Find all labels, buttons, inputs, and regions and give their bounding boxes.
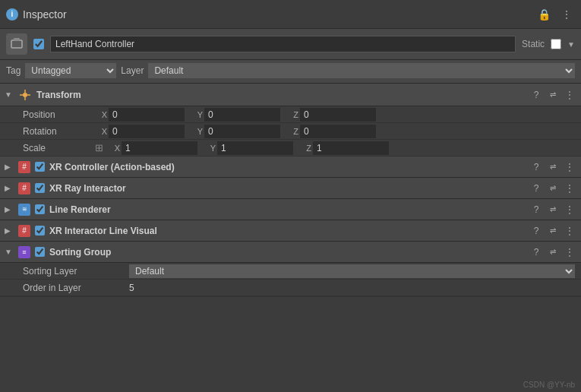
object-header: Static ▼ [0,29,581,60]
line-renderer-icon: ≋ [18,204,30,216]
xr-controller-checkbox[interactable] [35,162,45,172]
position-y-label: Y [191,110,203,119]
sorting-group-settings-icon[interactable]: ⇌ [546,245,560,259]
transform-icon [18,88,32,102]
xr-line-visual-name: XR Interactor Line Visual [49,226,525,236]
xr-controller-name: XR Controller (Action-based) [49,162,525,172]
rotation-y-input[interactable] [204,125,280,138]
rotation-x-input[interactable] [109,125,185,138]
xr-controller-settings-icon[interactable]: ⇌ [546,160,560,174]
scale-x-label: X [108,144,120,153]
transform-help-icon[interactable]: ? [529,88,543,102]
position-xyz: X Y Z [95,108,575,122]
sorting-group-checkbox[interactable] [35,247,45,257]
xr-ray-interactor-row[interactable]: ▶ # XR Ray Interactor ? ⇌ ⋮ [0,178,581,199]
rotation-z-input[interactable] [300,125,376,138]
scale-z-label: Z [299,144,311,153]
more-menu-icon[interactable]: ⋮ [558,7,575,22]
rotation-label: Rotation [23,126,95,137]
title-bar: i Inspector 🔒 ⋮ [0,0,581,29]
xr-line-visual-icons: ? ⇌ ⋮ [529,224,576,238]
svg-rect-0 [11,40,22,48]
xr-line-visual-row[interactable]: ▶ # XR Interactor Line Visual ? ⇌ ⋮ [0,220,581,242]
line-renderer-checkbox[interactable] [35,204,45,214]
transform-component-header[interactable]: ▼ Transform ? ⇌ ⋮ [0,84,581,106]
position-label: Position [23,109,95,120]
xr-line-visual-help-icon[interactable]: ? [529,224,543,238]
scale-y-label: Y [204,144,216,153]
position-y-input[interactable] [204,108,280,122]
layer-select[interactable]: Default [148,63,575,78]
xr-controller-more-icon[interactable]: ⋮ [563,160,576,174]
line-renderer-more-icon[interactable]: ⋮ [563,203,576,217]
tag-select[interactable]: Untagged [25,63,116,78]
xr-controller-chevron: ▶ [5,163,14,171]
xr-line-visual-more-icon[interactable]: ⋮ [563,224,576,238]
sorting-layer-row: Sorting Layer Default [0,263,581,280]
xr-controller-row[interactable]: ▶ # XR Controller (Action-based) ? ⇌ ⋮ [0,156,581,178]
static-checkbox[interactable] [551,39,561,49]
position-row: Position X Y Z [0,106,581,123]
line-renderer-row[interactable]: ▶ ≋ Line Renderer ? ⇌ ⋮ [0,199,581,220]
position-x-input[interactable] [109,108,185,122]
xr-line-visual-settings-icon[interactable]: ⇌ [546,224,560,238]
order-in-layer-value: 5 [129,283,575,293]
xr-ray-settings-icon[interactable]: ⇌ [546,182,560,195]
line-renderer-chevron: ▶ [5,205,14,213]
position-z-label: Z [286,110,298,119]
sorting-group-header[interactable]: ▼ ≡ Sorting Group ? ⇌ ⋮ [0,242,581,263]
transform-fields: Position X Y Z Rotation X Y Z [0,106,581,156]
line-renderer-settings-icon[interactable]: ⇌ [546,203,560,217]
object-type-icon [6,33,27,55]
scale-label: Scale [23,143,95,153]
order-in-layer-label: Order in Layer [23,283,129,293]
transform-comp-icons: ? ⇌ ⋮ [529,88,576,102]
svg-point-2 [23,93,27,97]
sorting-group-icons: ? ⇌ ⋮ [529,245,576,259]
scale-z-input[interactable] [313,141,389,155]
xr-controller-help-icon[interactable]: ? [529,160,543,174]
sorting-group-help-icon[interactable]: ? [529,245,543,259]
scale-link-icon[interactable]: ⊞ [95,142,103,153]
object-name-input[interactable] [50,36,516,52]
inspector-content: Static ▼ Tag Untagged Layer Default ▼ Tr… [0,29,581,392]
object-active-checkbox[interactable] [33,39,44,49]
xr-ray-icon: # [18,182,30,194]
rotation-y-label: Y [191,127,203,136]
scale-y-input[interactable] [217,141,293,155]
sorting-group-more-icon[interactable]: ⋮ [563,245,576,259]
rotation-x-label: X [95,127,107,136]
transform-settings-icon[interactable]: ⇌ [546,88,560,102]
transform-more-icon[interactable]: ⋮ [563,88,576,102]
xr-line-visual-icon: # [18,225,30,237]
transform-title: Transform [36,90,525,100]
order-in-layer-row: Order in Layer 5 [0,280,581,296]
static-dropdown-arrow[interactable]: ▼ [567,40,575,49]
xr-controller-icons: ? ⇌ ⋮ [529,160,576,174]
watermark: CSDN @YY-nb [523,381,575,389]
xr-ray-help-icon[interactable]: ? [529,182,543,195]
tag-label: Tag [6,65,21,76]
position-z-input[interactable] [300,108,376,122]
rotation-z-label: Z [286,127,298,136]
window-title: Inspector [23,8,67,21]
scale-x-input[interactable] [122,141,197,155]
xr-ray-chevron: ▶ [5,184,14,192]
xr-controller-icon: # [18,161,30,173]
info-icon: i [6,8,18,21]
rotation-row: Rotation X Y Z [0,123,581,140]
transform-chevron: ▼ [5,90,14,99]
sorting-layer-label: Sorting Layer [23,266,129,277]
xr-line-visual-checkbox[interactable] [35,226,45,236]
sorting-group-name: Sorting Group [49,247,525,258]
lock-icon[interactable]: 🔒 [535,7,554,22]
xr-ray-more-icon[interactable]: ⋮ [563,182,576,195]
position-x-label: X [95,110,107,119]
sorting-layer-select[interactable]: Default [129,264,575,278]
line-renderer-icons: ? ⇌ ⋮ [529,203,576,217]
static-label: Static [522,39,545,49]
sorting-group-chevron: ▼ [5,248,14,256]
line-renderer-help-icon[interactable]: ? [529,203,543,217]
tag-layer-row: Tag Untagged Layer Default [0,60,581,84]
xr-ray-checkbox[interactable] [35,183,45,193]
